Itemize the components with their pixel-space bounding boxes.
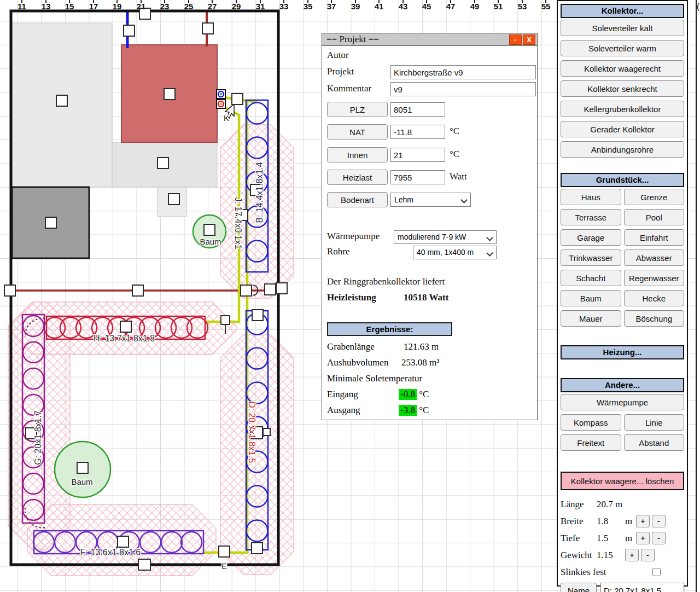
name-button[interactable]: Name xyxy=(561,583,597,592)
schacht-button[interactable]: Schacht xyxy=(561,270,621,286)
close-button[interactable]: X xyxy=(523,34,535,45)
gerader-kollektor-button[interactable]: Gerader Kollektor xyxy=(561,121,684,137)
grabenlaenge-value: 121.63 m xyxy=(404,341,439,352)
waermepumpe-select[interactable]: modulierend 7-9 kW xyxy=(394,230,497,244)
rohre-select[interactable]: 40 mm, 1x400 m xyxy=(413,246,497,259)
ruler-number: 15 xyxy=(65,2,74,11)
handle[interactable] xyxy=(124,25,135,36)
handle[interactable] xyxy=(232,94,243,105)
eingang-label: Eingang xyxy=(327,389,358,400)
abstand-button[interactable]: Abstand xyxy=(624,434,685,451)
projekt-input[interactable] xyxy=(390,65,536,79)
heizlast-button[interactable]: Heizlast xyxy=(327,170,388,185)
kompass-button[interactable]: Kompass xyxy=(561,414,621,431)
garage-button[interactable]: Garage xyxy=(561,229,621,246)
freitext-button[interactable]: Freitext xyxy=(561,434,621,451)
soleverteiler-warm-button[interactable]: Soleverteiler warm xyxy=(561,40,684,56)
pool-button[interactable]: Pool xyxy=(624,209,685,225)
minimize-button[interactable]: - xyxy=(509,34,522,45)
handle[interactable] xyxy=(158,158,168,169)
handle[interactable] xyxy=(56,95,67,106)
collector-b-label: B: 14.4x1.8x1.4 xyxy=(255,162,264,223)
innen-input[interactable] xyxy=(390,148,445,162)
autor-label: Autor xyxy=(327,50,349,61)
handle[interactable] xyxy=(202,23,213,34)
linie-button[interactable]: Linie xyxy=(624,414,685,431)
name-input[interactable] xyxy=(600,583,684,592)
handle[interactable] xyxy=(276,283,287,294)
tiefe-plus-button[interactable]: + xyxy=(636,532,650,544)
handle[interactable] xyxy=(221,316,230,324)
ruler-number: 29 xyxy=(232,2,241,11)
ausgang-row: -3.8 °C xyxy=(399,405,429,416)
gewicht-minus-button[interactable]: - xyxy=(641,549,655,561)
grabenlaenge-label: Grabenlänge xyxy=(327,341,375,352)
handle[interactable] xyxy=(263,428,270,436)
innen-unit: °C xyxy=(450,149,459,160)
anbindungsrohre-button[interactable]: Anbindungsrohre xyxy=(561,141,684,158)
handle[interactable] xyxy=(164,89,175,100)
abwasser-button[interactable]: Abwasser xyxy=(624,249,685,266)
haus-button[interactable]: Haus xyxy=(561,189,621,205)
handle[interactable] xyxy=(120,321,131,332)
innen-button[interactable]: Innen xyxy=(327,147,388,162)
handle[interactable] xyxy=(204,224,215,235)
ruler-numbers: 11 13 15 17 19 21 23 25 27 29 31 33 35 3… xyxy=(18,2,550,11)
dialog-titlebar[interactable]: == Projekt == - X xyxy=(322,33,537,46)
trinkwasser-button[interactable]: Trinkwasser xyxy=(561,249,621,266)
handle[interactable] xyxy=(168,194,179,205)
breite-plus-button[interactable]: + xyxy=(636,515,650,527)
handle[interactable] xyxy=(45,217,56,228)
handle[interactable] xyxy=(265,284,276,295)
boeschung-button[interactable]: Böschung xyxy=(624,310,685,327)
tree-2-label: Baum xyxy=(71,477,92,486)
kellergrubenkollektor-button[interactable]: Kellergrubenkollektor xyxy=(561,101,684,117)
ruler-number: 13 xyxy=(42,2,51,11)
regenwasser-button[interactable]: Regenwasser xyxy=(624,270,685,286)
rohre-value: 40 mm, 1x400 m xyxy=(417,248,474,257)
handle[interactable] xyxy=(77,462,88,473)
gewicht-plus-button[interactable]: + xyxy=(625,549,639,561)
soleverteiler-warm-icon[interactable] xyxy=(217,100,225,108)
handle[interactable] xyxy=(4,285,15,296)
nat-input[interactable] xyxy=(390,125,445,139)
nat-button[interactable]: NAT xyxy=(327,124,388,140)
grenze-button[interactable]: Grenze xyxy=(624,189,685,205)
plz-input[interactable] xyxy=(390,102,445,117)
kollektor-senkrecht-button[interactable]: Kollektor senkrecht xyxy=(561,80,684,97)
ausgang-unit: °C xyxy=(419,405,429,415)
handle[interactable] xyxy=(138,559,150,570)
ruler-number: 19 xyxy=(113,2,122,11)
handle[interactable] xyxy=(252,310,263,321)
delete-kollektor-button[interactable]: Kollektor waagere... löschen xyxy=(561,472,684,490)
handle[interactable] xyxy=(219,546,230,557)
soleverteiler-kalt-icon[interactable] xyxy=(217,90,225,98)
aushub-label: Aushubvolumen xyxy=(327,357,388,368)
handle[interactable] xyxy=(241,285,252,296)
baum-button[interactable]: Baum xyxy=(561,290,621,306)
kollektor-waagerecht-button[interactable]: Kollektor waagerecht xyxy=(561,60,684,77)
tool-panel: Kollektor... Soleverteiler kalt Solevert… xyxy=(557,0,688,587)
handle[interactable] xyxy=(118,536,129,547)
ruler-number: 31 xyxy=(256,2,265,11)
einfahrt-button[interactable]: Einfahrt xyxy=(624,229,685,246)
handle[interactable] xyxy=(252,543,262,554)
eingang-unit: °C xyxy=(419,389,429,399)
tiefe-minus-button[interactable]: - xyxy=(652,532,666,544)
plz-button[interactable]: PLZ xyxy=(327,102,388,117)
gewicht-label: Gewicht xyxy=(561,550,597,561)
slinkies-checkbox[interactable] xyxy=(652,568,661,576)
heizlast-input[interactable] xyxy=(390,170,445,184)
hecke-button[interactable]: Hecke xyxy=(624,290,685,306)
waermepumpe-button[interactable]: Wärmepumpe xyxy=(561,394,684,410)
bodenart-select[interactable]: Lehm xyxy=(390,193,471,207)
kommentar-input[interactable] xyxy=(390,82,536,96)
soleverteiler-kalt-button[interactable]: Soleverteiler kalt xyxy=(561,20,684,36)
bodenart-button[interactable]: Bodenart xyxy=(327,192,388,207)
liefert-text: Der Ringgrabenkollektor liefert xyxy=(327,276,445,287)
kollektor-header: Kollektor... xyxy=(561,4,684,18)
breite-minus-button[interactable]: - xyxy=(652,515,666,527)
mauer-button[interactable]: Mauer xyxy=(561,310,621,327)
terrasse-button[interactable]: Terrasse xyxy=(561,209,621,225)
handle[interactable] xyxy=(132,285,143,296)
